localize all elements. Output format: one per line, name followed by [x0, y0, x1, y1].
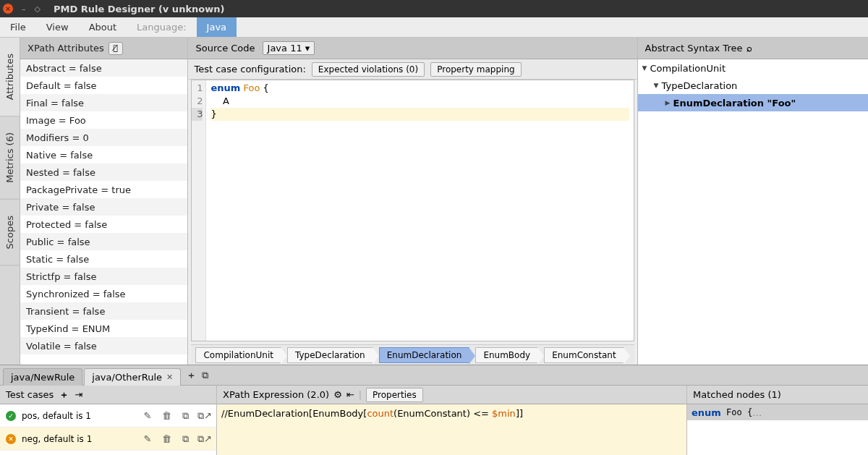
caret-down-icon: ▼ [642, 64, 647, 72]
language-version-label: Java 11 [268, 43, 302, 54]
rule-tab-bar: java/NewRule java/OtherRule ✕ ＋ ⧉ [0, 365, 868, 386]
vtab-metrics[interactable]: Metrics (6) [0, 116, 20, 200]
center-pane: Source Code Java 11 ▾ Test case configur… [188, 38, 637, 365]
test-cases-list: ✓pos, default is 1✎🗑⧉⧉↗✕neg, default is … [0, 404, 216, 455]
gear-icon[interactable]: ⚙ [333, 389, 342, 400]
attribute-row[interactable]: Volatile = false [20, 337, 187, 354]
tab-new-rule[interactable]: java/NewRule [3, 368, 82, 386]
attribute-row[interactable]: Protected = false [20, 216, 187, 233]
matched-node-row[interactable]: enum Foo {… [687, 404, 868, 420]
attribute-row[interactable]: Abstract = false [20, 59, 187, 77]
tab-label: java/NewRule [11, 372, 75, 383]
attribute-row[interactable]: Default = false [20, 77, 187, 94]
attribute-row[interactable]: Synchronized = false [20, 285, 187, 302]
ast-title: Abstract Syntax Tree [645, 43, 743, 54]
attribute-row[interactable]: Modifiers = 0 [20, 129, 187, 146]
test-case-row[interactable]: ✓pos, default is 1✎🗑⧉⧉↗ [0, 404, 216, 428]
xpath-attributes-pane: XPath Attributes 👁̸ Abstract = falseDefa… [20, 38, 188, 365]
source-code-header: Source Code Java 11 ▾ [188, 38, 637, 59]
plus-icon[interactable]: ＋ [59, 388, 69, 401]
attribute-row[interactable]: Final = false [20, 94, 187, 111]
language-version-combo[interactable]: Java 11 ▾ [263, 41, 315, 55]
test-cases-pane: Test cases ＋ ⇥ ✓pos, default is 1✎🗑⧉⧉↗✕n… [0, 386, 217, 455]
copy-icon[interactable]: ⧉ [179, 410, 192, 422]
ast-tree[interactable]: ▼ CompilationUnit ▼ TypeDeclaration ▶ En… [638, 59, 868, 365]
menu-file[interactable]: File [0, 17, 36, 37]
test-case-config-bar: Test case configuration: Expected violat… [188, 59, 637, 80]
vtab-attributes[interactable]: Attributes [0, 38, 20, 116]
copy-icon[interactable]: ⧉ [202, 370, 208, 381]
main-area: Attributes Metrics (6) Scopes XPath Attr… [0, 38, 868, 365]
ast-node-enumdeclaration[interactable]: ▶ EnumDeclaration "Foo" [638, 94, 868, 111]
test-case-name: pos, default is 1 [22, 411, 135, 421]
trash-icon[interactable]: 🗑 [160, 410, 173, 421]
matched-nodes-header: Matched nodes (1) [687, 386, 868, 404]
attribute-row[interactable]: Transient = false [20, 302, 187, 320]
check-icon: ✓ [6, 411, 16, 421]
source-code-title: Source Code [195, 43, 255, 54]
breadcrumb-item[interactable]: CompilationUnit [195, 347, 281, 363]
window-title: PMD Rule Designer (v unknown) [54, 4, 224, 14]
ast-node-typedeclaration[interactable]: ▼ TypeDeclaration [638, 77, 868, 94]
property-mapping-button[interactable]: Property mapping [430, 62, 521, 77]
attribute-row[interactable]: Strictfp = false [20, 268, 187, 285]
plus-icon[interactable]: ＋ [187, 369, 196, 382]
open-external-icon[interactable]: ⧉↗ [197, 410, 210, 422]
attribute-row[interactable]: PackagePrivate = true [20, 181, 187, 198]
attribute-row[interactable]: Private = false [20, 198, 187, 216]
attribute-row[interactable]: Nested = false [20, 163, 187, 181]
test-case-row[interactable]: ✕neg, default is 1✎🗑⧉⧉↗ [0, 428, 216, 451]
xpath-expression-header: XPath Expression (2.0) ⚙ ⇤ | Properties [217, 386, 686, 404]
matched-nodes-title: Matched nodes (1) [693, 389, 781, 400]
ast-node-compilationunit[interactable]: ▼ CompilationUnit [638, 59, 868, 77]
trash-icon[interactable]: 🗑 [160, 433, 173, 444]
vertical-tab-strip: Attributes Metrics (6) Scopes [0, 38, 20, 365]
warning-icon: ✕ [6, 434, 16, 444]
vtab-scopes[interactable]: Scopes [0, 200, 20, 265]
menu-about[interactable]: About [79, 17, 127, 37]
breadcrumb-item[interactable]: EnumBody [475, 347, 538, 363]
close-icon[interactable]: ✕ [166, 373, 173, 382]
breadcrumb-item[interactable]: EnumDeclaration [379, 347, 470, 363]
edit-icon[interactable]: ✎ [141, 433, 154, 444]
xpath-expression-title: XPath Expression (2.0) [223, 389, 329, 400]
chevron-down-icon: ▾ [305, 43, 310, 54]
source-code-editor[interactable]: 123 enum Foo { A } [191, 80, 634, 341]
attribute-row[interactable]: Static = false [20, 250, 187, 268]
maximize-icon[interactable]: ◇ [35, 4, 41, 14]
tab-label: java/OtherRule [92, 372, 162, 383]
edit-icon[interactable]: ✎ [141, 410, 154, 421]
ast-pane: Abstract Syntax Tree ⌕ ▼ CompilationUnit… [638, 38, 868, 365]
minimize-icon[interactable]: – [22, 4, 26, 14]
breadcrumb-item[interactable]: TypeDeclaration [287, 347, 373, 363]
export-icon[interactable]: ⇤ [346, 389, 354, 400]
keyword: enum [210, 82, 240, 93]
breadcrumb-item[interactable]: EnumConstant [544, 347, 624, 363]
xpath-expression-editor[interactable]: //EnumDeclaration[EnumBody[count(EnumCon… [217, 404, 686, 455]
attribute-row[interactable]: TypeKind = ENUM [20, 320, 187, 337]
caret-right-icon: ▶ [665, 99, 671, 106]
close-icon[interactable]: × [3, 4, 13, 14]
copy-icon[interactable]: ⧉ [179, 433, 192, 445]
bottom-panel: java/NewRule java/OtherRule ✕ ＋ ⧉ Test c… [0, 365, 868, 455]
attribute-row[interactable]: Image = Foo [20, 111, 187, 129]
attribute-row[interactable]: Native = false [20, 146, 187, 163]
properties-button[interactable]: Properties [366, 388, 423, 402]
open-external-icon[interactable]: ⧉↗ [197, 433, 210, 445]
code-body[interactable]: enum Foo { A } [206, 80, 633, 341]
menu-language-value[interactable]: Java [197, 17, 237, 37]
xpath-attributes-header: XPath Attributes 👁̸ [20, 38, 187, 59]
expected-violations-button[interactable]: Expected violations (0) [312, 62, 425, 77]
gutter: 123 [192, 80, 206, 341]
menu-view[interactable]: View [36, 17, 79, 37]
attribute-row[interactable]: Public = false [20, 233, 187, 250]
search-icon[interactable]: ⌕ [746, 43, 752, 54]
test-cases-header: Test cases ＋ ⇥ [0, 386, 216, 404]
caret-down-icon: ▼ [654, 82, 659, 89]
matched-nodes-list: enum Foo {… [687, 404, 868, 455]
xpath-attributes-title: XPath Attributes [27, 43, 104, 54]
import-icon[interactable]: ⇥ [75, 389, 82, 400]
eye-slash-icon[interactable]: 👁̸ [109, 42, 123, 55]
tab-other-rule[interactable]: java/OtherRule ✕ [84, 368, 181, 386]
type-name: Foo [240, 82, 263, 93]
